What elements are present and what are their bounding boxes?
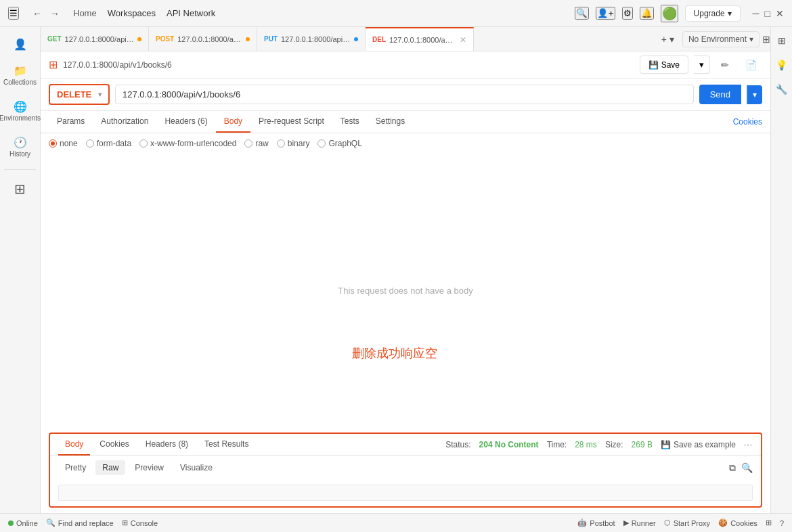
save-dropdown-arrow[interactable]: ▾ — [694, 56, 710, 74]
method-arrow-icon: ▾ — [98, 91, 102, 98]
view-tab-visualize[interactable]: Visualize — [173, 460, 219, 475]
collections-label: Collections — [3, 79, 37, 87]
online-status[interactable]: Online — [8, 519, 38, 527]
request-area: ⊞ 127.0.0.1:8000/api/v1/books/6 💾 Save ▾… — [41, 51, 770, 513]
right-panel-icon-1[interactable]: ⊞ — [775, 32, 789, 49]
body-urlencoded-option[interactable]: x-www-form-urlencoded — [139, 139, 236, 148]
back-button[interactable]: ← — [30, 5, 45, 22]
tab-pre-request[interactable]: Pre-request Script — [250, 111, 332, 133]
help-button[interactable]: ? — [780, 519, 784, 527]
bell-icon[interactable]: 🔔 — [640, 7, 654, 20]
copy-response-button[interactable]: ⧉ — [729, 462, 736, 474]
settings-icon[interactable]: ⚙ — [622, 7, 633, 20]
capture-button[interactable]: ⊞ — [766, 518, 772, 527]
tab-get[interactable]: GET 127.0.0.1:8000/api/v1/b — [41, 27, 149, 51]
method-selector[interactable]: DELETE ▾ — [49, 84, 110, 105]
postbot-button[interactable]: 🤖 Postbot — [577, 518, 615, 527]
avatar-icon[interactable]: 🟢 — [661, 5, 678, 22]
tab-close-del[interactable]: ✕ — [460, 35, 466, 45]
body-none-radio[interactable] — [49, 139, 57, 148]
view-tab-preview[interactable]: Preview — [128, 460, 171, 475]
response-tab-headers[interactable]: Headers (8) — [139, 434, 195, 456]
tab-headers[interactable]: Headers (6) — [156, 111, 215, 133]
tab-params[interactable]: Params — [49, 111, 93, 133]
search-icon[interactable]: 🔍 — [575, 7, 589, 20]
add-user-icon[interactable]: 👤+ — [596, 7, 615, 20]
body-graphql-option[interactable]: GraphQL — [317, 139, 361, 148]
workspaces-menu[interactable]: Workspaces — [108, 8, 156, 18]
save-example-button[interactable]: 💾 Save as example — [661, 440, 736, 449]
send-button[interactable]: Send — [699, 85, 741, 104]
search-response-button[interactable]: 🔍 — [741, 462, 753, 474]
environment-selector[interactable]: No Environment ▾ — [682, 31, 760, 47]
response-tab-body[interactable]: Body — [58, 434, 90, 456]
view-tab-pretty[interactable]: Pretty — [58, 460, 93, 475]
size-label: Size: — [605, 440, 623, 449]
maximize-icon[interactable]: □ — [765, 8, 770, 19]
console-icon: ⊞ — [122, 518, 128, 527]
body-options: none form-data x-www-form-urlencoded raw… — [41, 133, 770, 154]
environment-arrow-icon: ▾ — [749, 35, 753, 44]
sidebar-item-collections[interactable]: 📁 Collections — [3, 59, 38, 92]
profile-icon: 👤 — [14, 38, 27, 51]
body-raw-option[interactable]: raw — [244, 139, 268, 148]
sidebar-item-history[interactable]: 🕐 History — [3, 131, 38, 164]
tab-tests[interactable]: Tests — [332, 111, 368, 133]
environment-settings-icon[interactable]: ⊞ — [762, 34, 770, 45]
body-formdata-option[interactable]: form-data — [86, 139, 131, 148]
response-tab-cookies[interactable]: Cookies — [93, 434, 135, 456]
body-formdata-radio[interactable] — [86, 139, 94, 148]
docs-icon[interactable]: 📄 — [740, 56, 762, 74]
find-replace-button[interactable]: 🔍 Find and replace — [46, 518, 114, 527]
send-dropdown-button[interactable]: ▾ — [747, 85, 762, 104]
hamburger-icon[interactable]: ☰ — [8, 7, 19, 20]
tab-authorization[interactable]: Authorization — [93, 111, 156, 133]
minimize-icon[interactable]: ─ — [753, 8, 760, 19]
collections-icon: 📁 — [14, 64, 27, 77]
console-button[interactable]: ⊞ Console — [122, 518, 158, 527]
sidebar-item-environments[interactable]: 🌐 Environments — [3, 95, 38, 128]
body-none-option[interactable]: none — [49, 139, 78, 148]
tab-put[interactable]: PUT 127.0.0.1:8000/api/v1/b — [257, 27, 366, 51]
api-network-menu[interactable]: API Network — [167, 8, 215, 18]
body-raw-radio[interactable] — [244, 139, 252, 148]
sidebar-item-profile[interactable]: 👤 — [3, 32, 38, 56]
right-panel-icon-2[interactable]: 💡 — [773, 57, 790, 73]
body-graphql-radio[interactable] — [317, 139, 326, 148]
sidebar-item-new[interactable]: ⊞ — [3, 175, 38, 202]
response-tabs-bar: Body Cookies Headers (8) Test Results St… — [50, 434, 761, 456]
forward-button[interactable]: → — [47, 5, 62, 22]
edit-icon[interactable]: ✏ — [716, 56, 734, 74]
response-tab-test-results[interactable]: Test Results — [198, 434, 255, 456]
save-button[interactable]: 💾 Save — [640, 56, 688, 74]
tab-settings[interactable]: Settings — [368, 111, 413, 133]
more-options-button[interactable]: ··· — [744, 440, 753, 449]
status-label: Status: — [445, 440, 470, 449]
body-binary-radio[interactable] — [277, 139, 285, 148]
body-urlencoded-radio[interactable] — [139, 139, 148, 148]
response-view-tabs: Pretty Raw Preview Visualize ⧉ 🔍 — [50, 456, 761, 479]
start-proxy-button[interactable]: ⬡ Start Proxy — [664, 518, 710, 527]
tab-post[interactable]: POST 127.0.0.1:8000/api/v1/ — [149, 27, 257, 51]
right-panel-icons: ⊞ 💡 🔧 — [770, 27, 792, 513]
body-binary-option[interactable]: binary — [277, 139, 310, 148]
proxy-icon: ⬡ — [664, 518, 671, 527]
view-tab-raw[interactable]: Raw — [95, 460, 125, 475]
breadcrumb: 127.0.0.1:8000/api/v1/books/6 — [63, 60, 172, 70]
upgrade-button[interactable]: Upgrade ▾ — [685, 5, 741, 22]
online-dot — [8, 520, 14, 526]
cookies-status-button[interactable]: 🍪 Cookies — [718, 518, 757, 527]
new-tab-button[interactable]: + — [661, 34, 667, 45]
tabs-more-button[interactable]: ▾ — [669, 34, 674, 45]
close-icon[interactable]: ✕ — [776, 8, 784, 19]
statusbar-right: 🤖 Postbot ▶ Runner ⬡ Start Proxy 🍪 Cooki… — [577, 518, 784, 527]
tab-body[interactable]: Body — [216, 111, 250, 133]
tabs-actions: + ▾ — [656, 34, 680, 45]
url-input[interactable] — [115, 85, 694, 104]
cookies-button[interactable]: Cookies — [733, 117, 762, 127]
search-icon-small: 🔍 — [46, 518, 56, 527]
tab-del[interactable]: DEL 127.0.0.1:8000/api/vi/i ✕ — [366, 27, 474, 51]
runner-button[interactable]: ▶ Runner — [623, 518, 656, 527]
right-panel-icon-3[interactable]: 🔧 — [773, 81, 790, 97]
home-link[interactable]: Home — [73, 8, 97, 18]
